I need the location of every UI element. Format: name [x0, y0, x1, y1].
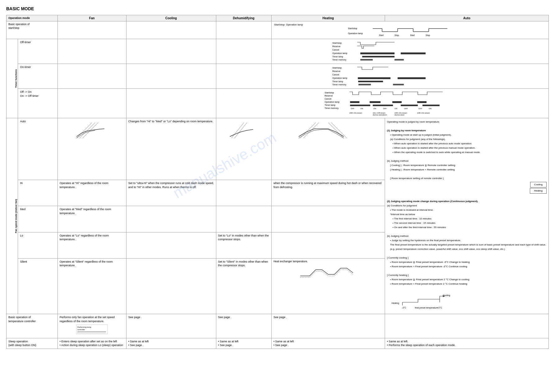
svg-rect-35 — [397, 77, 425, 79]
silent-heating: Heat exchanger temperature. — [271, 258, 385, 314]
svg-text:Start: Start — [379, 34, 383, 36]
off-timer-label: Off-timer — [18, 39, 57, 64]
svg-rect-36 — [358, 81, 383, 82]
svg-text:controller: controller — [77, 329, 85, 331]
dehumidifying-header: Dehumidifying — [216, 15, 271, 21]
lo-dehum: Set to "Lo" in modes other than when the… — [216, 232, 271, 258]
svg-text:Heating: Heating — [392, 302, 399, 304]
svg-text:(Off->On timer): (Off->On timer) — [417, 112, 429, 114]
sleep-fan: • Enters sleep operation after set as on… — [57, 338, 126, 349]
svg-text:ON: ON — [429, 108, 431, 110]
svg-rect-54 — [422, 105, 439, 106]
main-table: Operation mode Fan Cooling Dehumidifying… — [6, 15, 549, 349]
med-dehum — [216, 206, 271, 232]
svg-rect-37 — [358, 84, 371, 85]
silent-label: Silent — [18, 258, 57, 314]
svg-text:Operation lamp: Operation lamp — [324, 101, 339, 103]
svg-text:final preset temperature: final preset temperature — [415, 307, 438, 309]
svg-line-75 — [303, 123, 319, 138]
svg-line-70 — [80, 123, 95, 138]
svg-text:Reserve: Reserve — [332, 45, 340, 47]
svg-text:Operation lamp: Operation lamp — [348, 32, 363, 35]
svg-rect-21 — [360, 52, 394, 54]
hi-dehum — [216, 180, 271, 206]
svg-text:Operation lamp: Operation lamp — [332, 52, 347, 55]
hi-cooling: Set to "ultra-Hi" when the compressor ru… — [126, 180, 216, 206]
sleep-heating: • Same as at left • See page . — [271, 338, 385, 349]
svg-text:Start/stop: Start/stop — [348, 27, 357, 30]
svg-text:during operation): during operation) — [373, 114, 387, 115]
svg-rect-52 — [373, 105, 393, 106]
svg-text:Start/stop: Start/stop — [332, 67, 342, 69]
svg-rect-24 — [360, 59, 373, 61]
basic-temp-auto — [385, 314, 549, 338]
svg-text:Start/stop: Start/stop — [332, 42, 342, 44]
svg-text:Operation lamp: Operation lamp — [332, 77, 347, 79]
timer-functions-label: Timer functions — [7, 39, 18, 118]
svg-line-76 — [328, 123, 344, 138]
svg-text:Cancel: Cancel — [324, 98, 331, 100]
basic-temp-fan: Performs only fan operation at the set s… — [57, 314, 126, 338]
svg-text:Timer memory: Timer memory — [332, 83, 346, 86]
svg-rect-34 — [358, 77, 390, 79]
silent-cooling — [126, 258, 216, 314]
lo-label: Lo — [18, 232, 57, 258]
svg-text:Cancel: Cancel — [332, 49, 339, 51]
off-timer-fan — [57, 39, 126, 64]
svg-text:Stop: Stop — [394, 34, 399, 37]
page-title: BASIC MODE — [6, 6, 549, 11]
svg-text:ON: ON — [373, 108, 376, 110]
lo-fan: Operates at "Lo" regardless of the room … — [57, 232, 126, 258]
lo-cooling — [126, 232, 216, 258]
svg-text:OFF: OFF — [404, 108, 408, 110]
on-timer-label: On-timer — [18, 64, 57, 89]
heating-box: Heating — [530, 188, 547, 194]
basic-op-label: Basic operation ofstart/stop — [7, 21, 58, 39]
off-on-timer-label: Off -> OnOn -> Off timer — [18, 89, 57, 118]
auto-fan-label: Auto — [18, 118, 57, 180]
heating-header: Heating — [271, 15, 385, 21]
lo-heating — [271, 232, 385, 258]
svg-text:Timer lamp: Timer lamp — [324, 104, 335, 106]
svg-text:Cancel: Cancel — [332, 74, 339, 76]
sleep-cooling: • Same as at left • See page . — [126, 338, 216, 349]
svg-text:-3°C: -3°C — [402, 307, 406, 309]
svg-text:Timer lamp: Timer lamp — [332, 56, 343, 58]
svg-text:OFF: OFF — [351, 108, 354, 110]
off-on-fan — [57, 89, 126, 118]
cooling-box: Cooling — [530, 182, 547, 187]
operation-mode-header: Operation mode — [7, 15, 58, 21]
basic-op-dehum — [216, 21, 271, 39]
svg-text:Reserve: Reserve — [332, 70, 340, 72]
svg-rect-23 — [362, 56, 394, 57]
svg-text:OFF: OFF — [383, 108, 387, 110]
svg-text:(Off->On timer): (Off->On timer) — [349, 112, 362, 114]
off-on-cooling — [126, 89, 216, 118]
svg-rect-25 — [394, 59, 404, 61]
silent-dehum: Set to "Silent" in modes other than when… — [216, 258, 271, 314]
svg-text:Reserve: Reserve — [324, 95, 333, 97]
svg-rect-51 — [350, 105, 370, 106]
svg-text:ON: ON — [394, 108, 397, 110]
off-on-diagram: Start/stop Reserve Cancel Operation lamp… — [271, 89, 548, 118]
sleep-label: Sleep operation(with sleep button ON) — [7, 338, 58, 349]
sleep-auto: • Same as at left. • Performs the sleep … — [385, 338, 549, 349]
med-cooling — [126, 206, 216, 232]
basic-op-fan — [57, 21, 126, 39]
svg-text:during stop): during stop) — [394, 114, 404, 115]
svg-rect-50 — [417, 101, 426, 103]
med-label: Med — [18, 206, 57, 232]
hi-label: Hi — [18, 180, 57, 206]
basic-op-heating-auto: Start/stop Operation lamp Start/stop — [271, 21, 548, 39]
auto-heating-cell — [271, 118, 385, 180]
auto-header: Auto — [385, 15, 549, 21]
svg-text:OFF: OFF — [418, 108, 422, 110]
off-timer-cooling — [126, 39, 216, 64]
svg-line-72 — [231, 123, 244, 138]
fan-speed-label: Fan speed mode (indoor fan) — [7, 118, 18, 314]
basic-temp-dehum: See page . — [216, 314, 271, 338]
svg-text:Start: Start — [410, 34, 415, 36]
auto-cooling-cell: Changes from "Hi" to "Med" or "Lo" depen… — [126, 118, 216, 180]
svg-text:Stop: Stop — [425, 34, 430, 37]
cooling-header: Cooling — [126, 15, 216, 21]
